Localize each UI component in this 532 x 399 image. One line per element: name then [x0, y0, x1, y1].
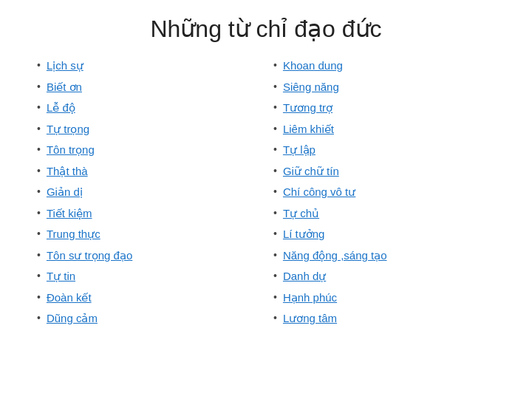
left-list-item: Thật thà [37, 163, 266, 180]
left-list-link-10[interactable]: Tự tin [47, 268, 75, 285]
left-list-link-5[interactable]: Thật thà [47, 163, 88, 180]
columns-container: Lịch sựBiết ơnLễ độTự trọngTôn trọngThật… [30, 58, 502, 332]
left-list-link-9[interactable]: Tôn sư trọng đạo [47, 248, 132, 265]
right-list-item: Tương trợ [273, 100, 502, 117]
left-list-item: Biết ơn [37, 79, 266, 96]
left-list-link-2[interactable]: Lễ độ [47, 100, 75, 117]
right-list-link-8[interactable]: Lí tưởng [283, 226, 325, 243]
left-list-item: Tự trọng [37, 121, 266, 138]
right-list-item: Lương tâm [273, 310, 502, 327]
left-list-link-7[interactable]: Tiết kiệm [47, 205, 92, 222]
left-list-link-12[interactable]: Dũng cảm [47, 310, 98, 327]
right-list-item: Giữ chữ tín [273, 163, 502, 180]
right-column: Khoan dungSiêng năngTương trợLiêm khiếtT… [266, 58, 502, 332]
left-list-link-8[interactable]: Trung thực [47, 226, 100, 243]
right-list-link-5[interactable]: Giữ chữ tín [283, 163, 339, 180]
right-list-link-4[interactable]: Tự lập [283, 142, 316, 159]
left-list-item: Giản dị [37, 184, 266, 201]
left-list-link-0[interactable]: Lịch sự [47, 58, 83, 75]
right-list-item: Chí công vô tư [273, 184, 502, 201]
right-list-link-2[interactable]: Tương trợ [283, 100, 332, 117]
right-list-link-7[interactable]: Tự chủ [283, 205, 319, 222]
right-list-link-9[interactable]: Năng động ,sáng tạo [283, 248, 387, 265]
page: Những từ chỉ đạo đức Lịch sựBiết ơnLễ độ… [0, 0, 532, 399]
right-list-link-12[interactable]: Lương tâm [283, 310, 337, 327]
left-list-link-1[interactable]: Biết ơn [47, 79, 82, 96]
right-list-link-10[interactable]: Danh dự [283, 268, 326, 285]
right-list-link-0[interactable]: Khoan dung [283, 58, 343, 75]
left-list-item: Đoàn kết [37, 290, 266, 307]
left-list-link-3[interactable]: Tự trọng [47, 121, 89, 138]
right-list-link-1[interactable]: Siêng năng [283, 79, 339, 96]
left-list-item: Tự tin [37, 268, 266, 285]
right-list-link-3[interactable]: Liêm khiết [283, 121, 334, 138]
right-list-item: Siêng năng [273, 79, 502, 96]
left-list-item: Tôn trọng [37, 142, 266, 159]
right-list-item: Hạnh phúc [273, 290, 502, 307]
right-list-item: Năng động ,sáng tạo [273, 248, 502, 265]
left-list-item: Trung thực [37, 226, 266, 243]
left-list: Lịch sựBiết ơnLễ độTự trọngTôn trọngThật… [37, 58, 266, 327]
right-list-item: Khoan dung [273, 58, 502, 75]
left-list-item: Dũng cảm [37, 310, 266, 327]
right-list-item: Lí tưởng [273, 226, 502, 243]
right-list-item: Danh dự [273, 268, 502, 285]
right-list: Khoan dungSiêng năngTương trợLiêm khiếtT… [273, 58, 502, 327]
left-column: Lịch sựBiết ơnLễ độTự trọngTôn trọngThật… [30, 58, 266, 332]
right-list-link-6[interactable]: Chí công vô tư [283, 184, 355, 201]
right-list-item: Tự lập [273, 142, 502, 159]
left-list-item: Tôn sư trọng đạo [37, 248, 266, 265]
left-list-link-4[interactable]: Tôn trọng [47, 142, 95, 159]
page-title: Những từ chỉ đạo đức [30, 15, 502, 43]
left-list-link-11[interactable]: Đoàn kết [47, 290, 92, 307]
left-list-item: Tiết kiệm [37, 205, 266, 222]
right-list-link-11[interactable]: Hạnh phúc [283, 290, 337, 307]
right-list-item: Tự chủ [273, 205, 502, 222]
left-list-link-6[interactable]: Giản dị [47, 184, 83, 201]
left-list-item: Lễ độ [37, 100, 266, 117]
right-list-item: Liêm khiết [273, 121, 502, 138]
left-list-item: Lịch sự [37, 58, 266, 75]
